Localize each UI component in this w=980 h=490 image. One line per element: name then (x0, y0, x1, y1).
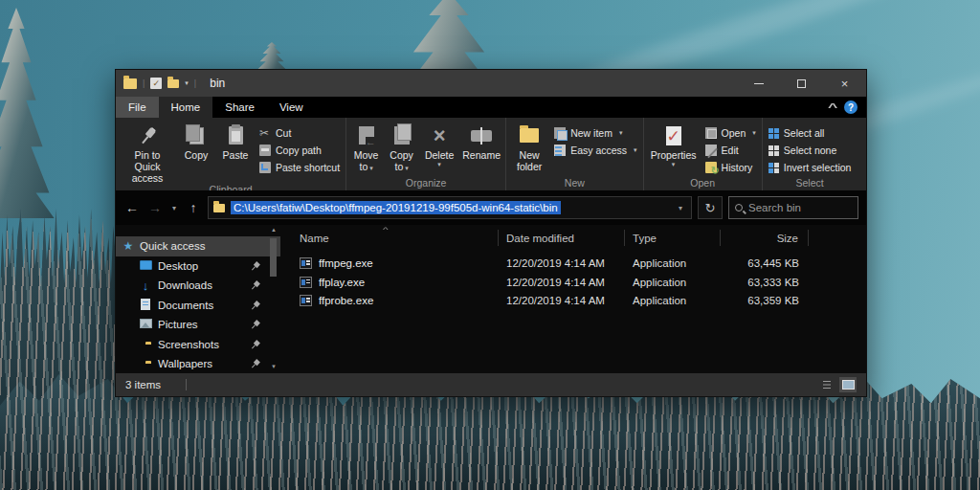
file-row-ffmpeg[interactable]: ffmpeg.exe 12/20/2019 4:14 AM Applicatio… (280, 255, 866, 273)
copy-path-button[interactable]: Copy path (259, 143, 340, 158)
recent-locations-icon[interactable]: ▾ (169, 204, 179, 212)
column-headers: Name Date modified Type Size (280, 227, 866, 249)
sidebar-item-pictures[interactable]: Pictures (116, 315, 280, 335)
refresh-button[interactable]: ↻ (698, 196, 723, 219)
column-header-name[interactable]: Name (280, 230, 499, 246)
move-to-button[interactable]: Move to▾ (348, 121, 384, 172)
ribbon-group-select: Select all Select none Invert selection … (763, 118, 858, 190)
pictures-icon (140, 319, 152, 328)
easy-access-icon (554, 145, 566, 156)
paste-button[interactable]: Paste (215, 121, 256, 161)
select-all-button[interactable]: Select all (768, 125, 852, 141)
edit-icon (705, 145, 717, 156)
select-none-icon (768, 145, 779, 156)
sidebar-item-documents[interactable]: Documents (116, 296, 280, 316)
select-all-icon (768, 128, 779, 139)
sidebar-item-downloads[interactable]: ↓ Downloads (116, 276, 280, 296)
invert-selection-button[interactable]: Invert selection (768, 160, 852, 175)
new-folder-button[interactable]: New folder (508, 121, 550, 172)
ribbon-group-new: New folder New item ▾ Easy access ▾ New (506, 118, 643, 190)
collapse-ribbon-icon[interactable]: ^ (828, 101, 837, 113)
tab-file[interactable]: File (116, 97, 159, 118)
file-list: ^ Name Date modified Type Size ffmpeg.ex… (280, 225, 866, 373)
paste-shortcut-icon (259, 162, 271, 173)
file-explorer-window: | ✓ ▾ | bin × File Home Share View ^ ? (115, 69, 867, 397)
ribbon-group-organize: Move to▾ Copy to▾ × Delete ▾ Rename Orga… (346, 118, 506, 190)
address-path[interactable]: C:\Users\fatiw\Desktop\ffmpeg-20191219-9… (231, 201, 561, 214)
item-count: 3 items (125, 379, 161, 390)
history-button[interactable]: History (705, 160, 756, 175)
tab-view[interactable]: View (267, 97, 316, 118)
status-bar: 3 items (116, 373, 866, 396)
address-dropdown-icon[interactable]: ▾ (670, 204, 691, 212)
minimize-button[interactable] (737, 70, 780, 97)
search-box[interactable] (728, 196, 858, 219)
pin-to-quick-access-button[interactable]: Pin to Quick access (118, 121, 177, 184)
open-button[interactable]: Open ▾ (705, 125, 756, 141)
folder-qat-icon[interactable] (167, 79, 179, 88)
properties-button[interactable]: Properties ▾ (646, 121, 702, 168)
file-row-ffprobe[interactable]: ffprobe.exe 12/20/2019 4:14 AM Applicati… (280, 292, 866, 310)
sidebar-scrollbar[interactable]: ▲ ▼ (269, 225, 278, 373)
qat-dropdown-icon[interactable]: ▾ (185, 79, 189, 87)
cut-button[interactable]: ✂ Cut (259, 125, 340, 141)
thumbnail-view-icon[interactable] (839, 377, 857, 392)
pin-icon[interactable] (248, 299, 262, 313)
tab-row-right: ^ ? (830, 97, 866, 118)
search-input[interactable] (748, 202, 852, 213)
app-folder-icon (123, 78, 137, 89)
column-header-type[interactable]: Type (625, 230, 721, 246)
title-bar[interactable]: | ✓ ▾ | bin × (116, 70, 866, 97)
scrollbar-thumb[interactable] (270, 238, 277, 277)
application-icon (300, 295, 312, 306)
delete-button[interactable]: × Delete ▾ (419, 121, 459, 168)
dropdown-icon: ▾ (405, 165, 409, 171)
details-view-icon[interactable] (819, 378, 835, 392)
properties-qat-icon[interactable]: ✓ (150, 78, 162, 89)
paste-shortcut-button[interactable]: Paste shortcut (259, 160, 340, 175)
ribbon-group-open: Properties ▾ Open ▾ Edit Histo (644, 118, 763, 190)
back-icon[interactable]: ← (123, 200, 141, 215)
sidebar-item-quick-access[interactable]: ★ Quick access (116, 236, 280, 256)
sidebar-item-screenshots[interactable]: Screenshots (116, 335, 280, 355)
up-icon[interactable]: ↑ (185, 200, 202, 215)
help-icon[interactable]: ? (844, 100, 858, 114)
move-to-icon (359, 126, 374, 145)
copy-to-button[interactable]: Copy to▾ (384, 121, 419, 172)
tab-home[interactable]: Home (159, 97, 213, 118)
pin-icon[interactable] (248, 278, 262, 293)
maximize-button[interactable] (780, 70, 823, 97)
column-header-date-modified[interactable]: Date modified (499, 230, 625, 246)
new-item-icon (554, 127, 566, 139)
file-row-ffplay[interactable]: ffplay.exe 12/20/2019 4:14 AM Applicatio… (280, 274, 866, 292)
scissors-icon: ✂ (259, 127, 271, 139)
scroll-up-icon[interactable]: ▲ (269, 227, 278, 233)
group-label-organize: Organize (348, 177, 503, 190)
window-title: bin (210, 77, 225, 90)
tab-share[interactable]: Share (212, 97, 267, 118)
edit-button[interactable]: Edit (705, 143, 756, 158)
navigation-pane: ★ Quick access Desktop ↓ Downloads Docum… (116, 225, 280, 373)
separator: | (194, 78, 196, 88)
column-header-size[interactable]: Size (721, 230, 809, 246)
documents-icon (141, 299, 150, 310)
close-button[interactable]: × (823, 70, 866, 97)
pin-icon[interactable] (248, 318, 262, 332)
easy-access-button[interactable]: Easy access ▾ (554, 143, 636, 158)
minimize-icon (754, 83, 764, 84)
refresh-icon: ↻ (705, 201, 716, 215)
pin-icon[interactable] (248, 357, 262, 371)
scroll-down-icon[interactable]: ▼ (269, 364, 278, 369)
group-label-new: New (508, 177, 640, 190)
new-item-button[interactable]: New item ▾ (554, 125, 636, 141)
sidebar-item-wallpapers[interactable]: Wallpapers (116, 354, 280, 373)
select-none-button[interactable]: Select none (768, 143, 852, 158)
forward-icon[interactable]: → (146, 200, 164, 215)
copy-button[interactable]: Copy (177, 121, 215, 161)
address-bar[interactable]: C:\Users\fatiw\Desktop\ffmpeg-20191219-9… (208, 196, 692, 219)
rename-button[interactable]: Rename (459, 121, 503, 161)
pin-icon[interactable] (248, 259, 262, 274)
invert-selection-icon (768, 163, 779, 173)
sidebar-item-desktop[interactable]: Desktop (116, 256, 280, 277)
pin-icon[interactable] (248, 338, 262, 352)
